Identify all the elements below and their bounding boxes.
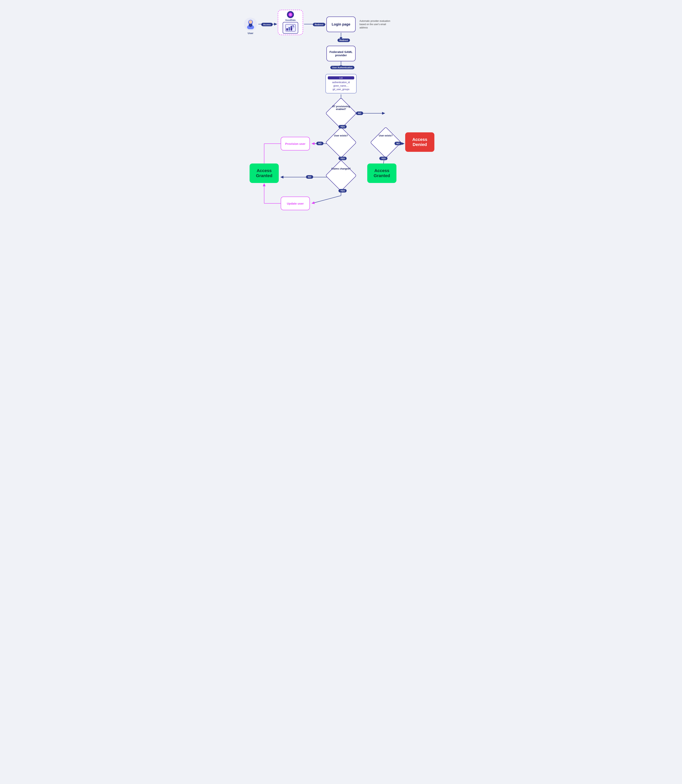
svg-text:G: G [290,14,291,16]
label-yes-user-left: YES [338,156,347,160]
user-exists-left-label: User exists? [330,134,352,137]
user-exists-left-diamond [325,127,357,158]
svg-rect-26 [286,28,288,30]
access-granted-left: Access Granted [250,163,279,183]
list-items: authentication_idgiven_name,...gd_user_g… [332,81,350,91]
diagram-container: User G GoodData Login page Automatic pr [239,4,443,228]
label-no-user-right: NO [395,142,402,145]
gooddata-name: GoodData [285,19,296,21]
claims-diamond [325,160,357,191]
jit-diamond [325,97,357,129]
user-icon [245,19,256,29]
gooddata-node: G GoodData [278,10,303,35]
gooddata-inner-box [283,22,298,34]
label-no-jit: NO [356,112,363,115]
label-yes-jit: YES [338,125,347,128]
label-redirect2: Redirect [338,38,350,42]
user-label: User [248,32,253,35]
label-access: Access [261,23,273,26]
gooddata-icon: G [288,13,293,17]
provision-user: Provision user [281,137,310,150]
svg-point-21 [249,20,252,24]
label-no-user-left: NO [316,142,323,145]
access-denied: Access Denied [405,133,434,152]
list-header: List [328,76,354,80]
login-page-label: Login page [331,22,351,27]
access-granted-right: Access Granted [367,163,397,183]
saml-provider-node: Federated SAML provider [327,46,355,61]
label-yes-user-right: YES [379,156,387,160]
svg-line-14 [312,196,341,203]
gooddata-logo: G [287,11,294,18]
list-node: List authentication_idgiven_name,...gd_u… [325,74,357,93]
label-redirect1: Redirect [313,23,325,26]
user-node: User [243,18,258,35]
saml-label: Federated SAML provider [327,50,355,57]
jit-label: JIT provisioning enabled? [330,105,352,110]
claims-label: Claims changed? [330,168,352,170]
login-page-node: Login page [327,16,355,32]
annotation: Automatic provider evaluation based on t… [360,19,390,29]
svg-rect-22 [249,24,252,27]
user-avatar [244,18,257,31]
user-exists-right-label: User exists? [374,134,397,137]
label-yes-claims: YES [338,189,347,193]
label-user-auth: User Authentication [330,66,354,69]
dashboard-icon [285,24,296,32]
label-no-claims: NO [306,175,313,179]
update-user: Update user [281,196,310,210]
svg-rect-27 [288,27,290,30]
